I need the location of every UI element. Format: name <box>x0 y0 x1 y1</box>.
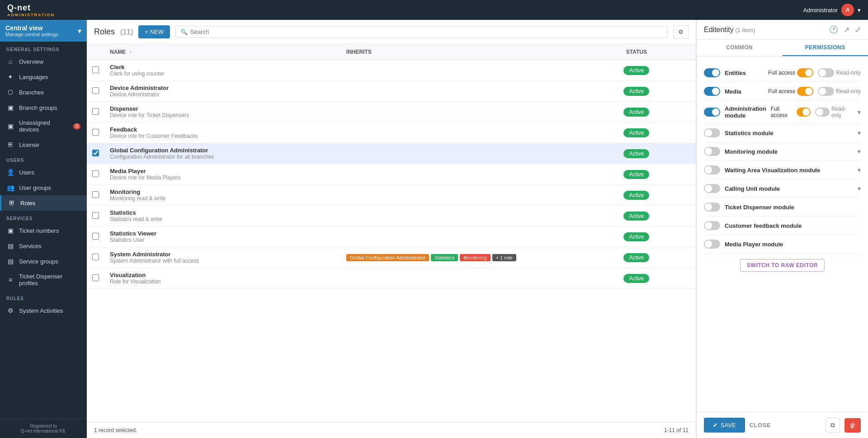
full-access-switch[interactable] <box>797 68 813 77</box>
sort-arrow-icon: ↑ <box>129 50 132 55</box>
row-checkbox[interactable] <box>92 129 99 136</box>
table-row[interactable]: Statistics Viewer Statistics User Active <box>87 226 696 247</box>
read-only-switch[interactable] <box>815 108 830 117</box>
role-status-cell: Active <box>577 226 696 247</box>
row-checkbox-cell[interactable] <box>87 247 104 268</box>
table-row[interactable]: Clerk Clerk for using counter Active <box>87 60 696 81</box>
permission-row: Customer feedback module <box>704 217 861 235</box>
row-checkbox[interactable] <box>92 170 99 177</box>
read-only-switch[interactable] <box>818 68 834 77</box>
sidebar: Central view Manage central settings ▾ G… <box>0 20 87 438</box>
new-button[interactable]: + NEW <box>138 25 170 38</box>
row-checkbox-cell[interactable] <box>87 206 104 226</box>
permission-toggle[interactable] <box>704 203 720 212</box>
row-checkbox-cell[interactable] <box>87 164 104 185</box>
row-checkbox-cell[interactable] <box>87 81 104 102</box>
row-checkbox[interactable] <box>92 274 99 281</box>
central-view-button[interactable]: Central view Manage central settings ▾ <box>0 20 87 42</box>
expand-icon[interactable]: ▾ <box>858 148 861 155</box>
full-access-switch[interactable] <box>797 87 813 96</box>
expand-icon[interactable]: ▾ <box>858 108 861 116</box>
row-checkbox[interactable] <box>92 66 99 73</box>
filter-button[interactable]: ⚙ <box>673 25 689 38</box>
read-only-switch[interactable] <box>818 87 834 96</box>
section-label-general: GENERAL SETTINGS <box>0 42 87 54</box>
table-row[interactable]: Global Configuration Administrator Confi… <box>87 143 696 164</box>
expand-icon[interactable]: ▾ <box>858 166 861 174</box>
close-button[interactable]: CLOSE <box>750 422 771 429</box>
sidebar-item-ticket-numbers[interactable]: ▣ Ticket numbers <box>0 223 87 238</box>
row-checkbox[interactable] <box>92 150 99 156</box>
sidebar-item-languages[interactable]: ✦ Languages <box>0 69 87 85</box>
expand-icon[interactable]: ▾ <box>858 185 861 192</box>
tab-permissions[interactable]: PERMISSIONS <box>783 40 868 56</box>
table-row[interactable]: Statistics Statistics read & write Activ… <box>87 206 696 226</box>
tab-common[interactable]: COMMON <box>697 40 783 56</box>
table-row[interactable]: Monitoring Monitoring read & write Activ… <box>87 185 696 206</box>
history-icon[interactable]: 🕐 <box>829 25 838 34</box>
role-name-cell: Statistics Viewer Statistics User <box>104 226 341 247</box>
row-checkbox-cell[interactable] <box>87 60 104 81</box>
delete-button[interactable]: 🗑 <box>844 418 861 433</box>
table-row[interactable]: System Administrator System Administrato… <box>87 247 696 268</box>
sidebar-item-license[interactable]: ⛨ License <box>0 137 87 152</box>
read-only-label: Read-only <box>831 106 853 118</box>
permission-toggle[interactable] <box>704 108 720 117</box>
search-input[interactable] <box>190 28 663 35</box>
footer-selected: 1 record selected. <box>94 427 137 433</box>
sidebar-item-roles[interactable]: ⛨ Roles <box>0 195 87 211</box>
license-icon: ⛨ <box>6 141 14 148</box>
sidebar-item-unassigned-devices[interactable]: ▣ Unassigned devices 5 <box>0 115 87 137</box>
search-box[interactable]: 🔍 <box>175 26 668 38</box>
sidebar-item-users[interactable]: 👤 Users <box>0 165 87 180</box>
role-desc: Monitoring read & write <box>110 195 335 202</box>
row-checkbox-cell[interactable] <box>87 102 104 122</box>
footer-registered: Registered to <box>6 424 80 429</box>
expand-icon[interactable]: ⤢ <box>855 25 861 34</box>
row-checkbox[interactable] <box>92 191 99 198</box>
sidebar-item-services[interactable]: ▤ Services <box>0 238 87 254</box>
table-row[interactable]: Dispenser Device role for Ticket Dispens… <box>87 102 696 122</box>
copy-button[interactable]: ⧉ <box>826 418 840 433</box>
sidebar-item-service-groups[interactable]: ▤ Service groups <box>0 254 87 269</box>
row-checkbox-cell[interactable] <box>87 268 104 289</box>
row-checkbox-cell[interactable] <box>87 226 104 247</box>
share-icon[interactable]: ↗ <box>844 25 849 34</box>
row-checkbox[interactable] <box>92 108 99 115</box>
sidebar-item-overview[interactable]: ⌂ Overview <box>0 54 87 69</box>
sidebar-item-ticket-dispenser[interactable]: ≡ Ticket Dispenser profiles <box>0 269 87 291</box>
sidebar-item-branch-groups[interactable]: ▣ Branch groups <box>0 100 87 115</box>
table-row[interactable]: Visualization Role for Visualization Act… <box>87 268 696 289</box>
switch-raw-editor-button[interactable]: SWITCH TO RAW EDITOR <box>740 259 825 272</box>
permission-toggle[interactable] <box>704 147 720 156</box>
permission-toggle[interactable] <box>704 128 720 137</box>
permission-toggle[interactable] <box>704 184 720 193</box>
th-name[interactable]: NAME ↑ <box>104 44 341 60</box>
expand-icon[interactable]: ▾ <box>858 129 861 137</box>
role-status-cell: Active <box>577 268 696 289</box>
footer-company: Q-net International Kft. <box>6 429 80 433</box>
row-checkbox[interactable] <box>92 233 99 240</box>
permission-name: Media <box>725 88 764 95</box>
row-checkbox[interactable] <box>92 87 99 94</box>
full-access-switch[interactable] <box>797 108 811 117</box>
sidebar-item-branches[interactable]: ⬡ Branches <box>0 85 87 100</box>
permission-toggle[interactable] <box>704 240 720 249</box>
row-checkbox-cell[interactable] <box>87 122 104 143</box>
row-checkbox[interactable] <box>92 212 99 219</box>
row-checkbox[interactable] <box>92 254 99 260</box>
search-icon: 🔍 <box>180 28 188 35</box>
save-button[interactable]: ✔ SAVE <box>704 418 745 433</box>
permission-toggle[interactable] <box>704 165 720 174</box>
permission-toggle[interactable] <box>704 87 720 96</box>
row-checkbox-cell[interactable] <box>87 185 104 206</box>
sidebar-item-system-activities[interactable]: ⚙ System Activities <box>0 303 87 318</box>
row-checkbox-cell[interactable] <box>87 143 104 164</box>
table-row[interactable]: Feedback Device role for Customer Feedba… <box>87 122 696 143</box>
table-row[interactable]: Media Player Device role for Media Playe… <box>87 164 696 185</box>
user-menu[interactable]: Administrator A ▾ <box>803 4 861 16</box>
sidebar-item-user-groups[interactable]: 👥 User groups <box>0 180 87 195</box>
permission-toggle[interactable] <box>704 68 720 77</box>
permission-toggle[interactable] <box>704 221 720 230</box>
table-row[interactable]: Device Administrator Device Administrato… <box>87 81 696 102</box>
